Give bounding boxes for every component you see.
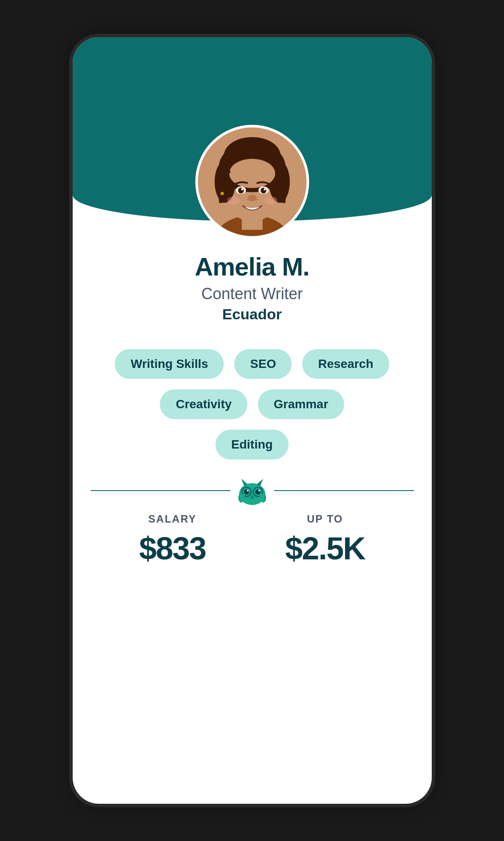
up-to-value: $2.5K <box>285 530 365 566</box>
salary-value: $833 <box>139 530 206 566</box>
svg-point-18 <box>220 192 224 195</box>
profile-name: Amelia M. <box>195 252 310 281</box>
svg-point-16 <box>227 196 240 205</box>
up-to-block: UP TO $2.5K <box>285 513 365 566</box>
svg-point-17 <box>264 196 277 205</box>
phone-frame: Amelia M. Content Writer Ecuador Writing… <box>73 37 432 804</box>
skill-seo: SEO <box>234 349 292 379</box>
svg-point-11 <box>238 187 243 193</box>
skill-writing-skills: Writing Skills <box>115 349 224 379</box>
divider-section <box>91 490 414 491</box>
svg-point-12 <box>261 187 266 193</box>
salary-label: SALARY <box>148 513 197 525</box>
svg-point-13 <box>241 188 243 191</box>
salary-block: SALARY $833 <box>139 513 206 566</box>
skills-row-2: Creativity Grammar <box>160 389 344 419</box>
profile-content: Amelia M. Content Writer Ecuador <box>73 252 432 323</box>
skill-creativity: Creativity <box>160 389 247 419</box>
salary-section: SALARY $833 UP TO $2.5K <box>99 513 405 593</box>
skills-row-3: Editing <box>215 430 289 459</box>
avatar <box>195 125 309 239</box>
profile-title: Content Writer <box>201 285 303 303</box>
svg-point-29 <box>258 490 260 491</box>
svg-point-28 <box>247 490 249 491</box>
skills-row-1: Writing Skills SEO Research <box>115 349 389 379</box>
skills-section: Writing Skills SEO Research Creativity G… <box>73 349 432 459</box>
profile-location: Ecuador <box>222 306 282 323</box>
svg-point-14 <box>264 188 266 191</box>
up-to-label: UP TO <box>307 513 343 525</box>
skill-grammar: Grammar <box>258 389 344 419</box>
owl-logo <box>230 473 274 508</box>
skill-research: Research <box>302 349 389 379</box>
skill-editing: Editing <box>215 430 289 459</box>
